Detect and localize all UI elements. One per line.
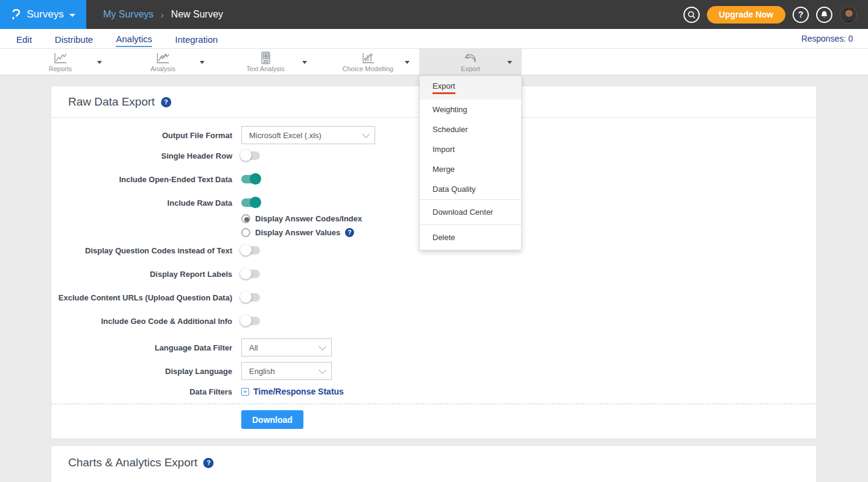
line-chart-icon [52, 51, 68, 65]
help-icon[interactable]: ? [345, 228, 354, 237]
output-file-format-label: Output File Format [51, 131, 232, 140]
avatar-photo [840, 7, 857, 24]
responses-count: Responses: 0 [801, 34, 868, 43]
include-open-ended-toggle[interactable] [241, 175, 260, 183]
display-report-labels-toggle[interactable] [241, 270, 260, 278]
menu-item-import[interactable]: Import [420, 139, 521, 159]
menu-item-data-quality[interactable]: Data Quality [420, 179, 521, 199]
language-data-filter-select[interactable]: All [241, 338, 332, 357]
toggle-knob [250, 173, 261, 185]
toggle-knob [240, 315, 252, 326]
toggle-knob [240, 268, 252, 279]
include-open-ended-label: Include Open-Ended Text Data [51, 175, 232, 184]
include-geo-code-toggle[interactable] [241, 317, 260, 325]
answer-display-radio-group: Display Answer Codes/Index Display Answe… [241, 214, 816, 237]
page-title: Raw Data Export [68, 95, 155, 109]
topbar-actions: Upgrade Now ? [683, 6, 868, 24]
display-language-row: Display Language English [51, 362, 816, 380]
tab-distribute[interactable]: Distribute [55, 31, 93, 46]
bell-icon [820, 10, 828, 19]
toolbar-choice-modelling[interactable]: Choice Modelling [317, 49, 419, 75]
charts-analytics-export-header: Charts & Analytics Export ? [51, 446, 816, 478]
question-mark-icon: ? [798, 10, 803, 19]
display-question-codes-label: Display Question Codes instead of Text [51, 246, 232, 255]
tab-edit[interactable]: Edit [16, 31, 32, 46]
notifications-button[interactable] [816, 7, 832, 23]
reports-dropdown-caret[interactable] [97, 61, 102, 64]
toggle-knob [240, 291, 252, 303]
tab-analytics[interactable]: Analytics [116, 31, 152, 47]
topbar: Surveys My Surveys › New Survey Upgrade … [0, 0, 868, 29]
display-question-codes-toggle[interactable] [241, 246, 260, 255]
analysis-chart-icon [155, 51, 171, 65]
toolbar-text-analysis[interactable]: Text Analysis [214, 49, 317, 75]
single-header-row-toggle[interactable] [241, 151, 260, 160]
help-icon[interactable]: ? [161, 97, 171, 107]
questionpro-logo [11, 8, 21, 21]
display-answer-values-option[interactable]: Display Answer Values ? [241, 228, 816, 237]
download-button[interactable]: Download [241, 410, 303, 429]
search-button[interactable] [683, 7, 700, 23]
document-grid-icon [259, 51, 272, 65]
toggle-knob [240, 244, 252, 256]
breadcrumb-separator: › [161, 10, 164, 20]
upgrade-now-button[interactable]: Upgrade Now [707, 6, 785, 24]
analytics-toolbar: Reports Analysis [0, 49, 868, 75]
app-switcher[interactable]: Surveys [0, 0, 86, 29]
display-language-select[interactable]: English [241, 362, 332, 380]
toolbar-reports[interactable]: Reports [9, 49, 112, 75]
export-annotation-underline: Export [432, 81, 455, 94]
menu-item-scheduler[interactable]: Scheduler [420, 119, 521, 139]
output-file-format-select[interactable]: Microsoft Excel (.xls) [241, 126, 375, 144]
radio-unselected-icon [241, 228, 250, 237]
toggle-knob [240, 150, 252, 161]
chevron-down-icon [318, 343, 326, 350]
include-geo-code-label: Include Geo Code & Additional Info [51, 317, 232, 326]
breadcrumb-current: New Survey [171, 9, 223, 20]
breadcrumb: My Surveys › New Survey [103, 9, 223, 20]
language-data-filter-row: Language Data Filter All [51, 338, 816, 357]
include-geo-code-row: Include Geo Code & Additional Info [51, 315, 816, 327]
data-filters-label: Data Filters [51, 387, 232, 396]
section-title: Charts & Analytics Export [68, 456, 197, 469]
analysis-dropdown-caret[interactable] [200, 61, 204, 64]
exclude-content-urls-label: Exclude Content URLs (Upload Question Da… [51, 293, 232, 302]
menu-item-weighting[interactable]: Weighting [420, 100, 521, 119]
display-report-labels-row: Display Report Labels [51, 268, 816, 280]
survey-nav: Edit Distribute Analytics Integration Re… [0, 29, 868, 49]
text-analysis-dropdown-caret[interactable] [302, 61, 307, 64]
help-button[interactable]: ? [793, 7, 809, 23]
search-icon [688, 11, 695, 19]
app-switcher-label: Surveys [27, 8, 63, 21]
toolbar-export[interactable]: Export [419, 49, 522, 75]
charts-analytics-export-card: Charts & Analytics Export ? [51, 446, 816, 482]
export-arrow-icon [463, 51, 478, 65]
include-raw-data-label: Include Raw Data [51, 198, 232, 208]
display-answer-codes-option[interactable]: Display Answer Codes/Index [241, 214, 816, 223]
export-dropdown-menu: Export Weighting Scheduler Import Merge … [419, 75, 522, 250]
menu-item-export[interactable]: Export [420, 76, 521, 100]
plus-square-icon: + [241, 388, 249, 396]
menu-item-merge[interactable]: Merge [420, 159, 521, 179]
display-language-label: Display Language [51, 367, 232, 376]
help-icon[interactable]: ? [203, 458, 214, 468]
toolbar-analysis[interactable]: Analysis [112, 49, 214, 75]
exclude-content-urls-row: Exclude Content URLs (Upload Question Da… [51, 291, 816, 303]
radio-selected-icon [241, 214, 250, 223]
chevron-down-icon [69, 14, 75, 17]
menu-item-download-center[interactable]: Download Center [420, 200, 521, 224]
chevron-down-icon [362, 130, 370, 138]
breadcrumb-my-surveys[interactable]: My Surveys [103, 9, 154, 20]
choice-modelling-dropdown-caret[interactable] [405, 61, 410, 64]
exclude-content-urls-toggle[interactable] [241, 293, 260, 302]
time-response-status-link[interactable]: + Time/Response Status [241, 387, 344, 396]
toggle-knob [250, 197, 261, 208]
language-data-filter-label: Language Data Filter [51, 343, 232, 352]
scatter-chart-icon [360, 51, 376, 65]
avatar[interactable] [840, 6, 857, 24]
export-dropdown-caret[interactable] [507, 61, 512, 64]
menu-item-delete[interactable]: Delete [420, 225, 521, 250]
tab-integration[interactable]: Integration [175, 31, 218, 46]
include-raw-data-toggle[interactable] [241, 198, 260, 207]
raw-export-footer: Download [51, 404, 816, 439]
